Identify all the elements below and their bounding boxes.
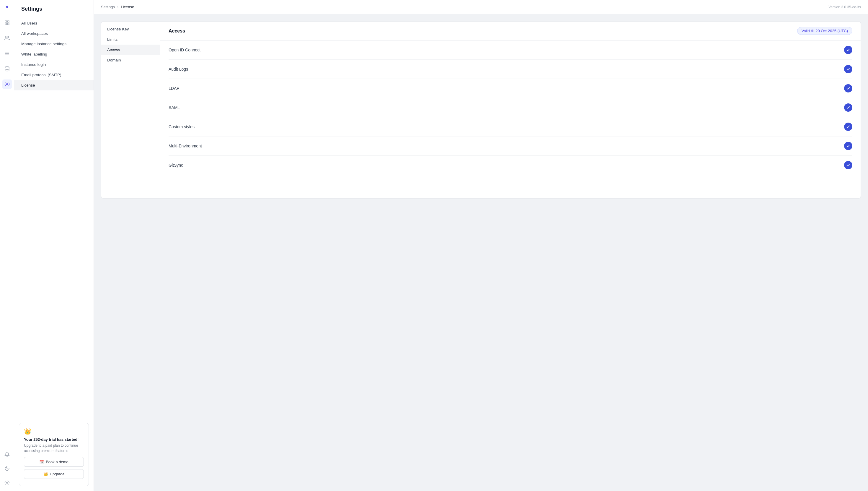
upgrade-icon: 👑 [43,472,48,476]
sidebar-item-manage-instance[interactable]: Manage instance settings [14,39,94,49]
breadcrumb-separator: › [117,5,118,9]
license-nav-limits[interactable]: Limits [101,34,160,45]
settings-sidebar: Settings All Users All workspaces Manage… [14,0,94,491]
bottom-icons [2,450,12,487]
feature-openid: Open ID Connect [168,48,200,52]
upgrade-label: Upgrade [50,472,65,476]
feature-row-openid: Open ID Connect [168,40,852,60]
icon-rail: » [0,0,14,491]
svg-point-10 [6,482,8,484]
users-icon[interactable] [2,33,12,43]
breadcrumb-parent[interactable]: Settings [101,5,115,9]
trial-crown-icon: 👑 [24,428,84,435]
feature-row-multi-env: Multi-Environment [168,137,852,156]
bell-icon[interactable] [2,450,12,459]
breadcrumb-current: License [121,5,134,9]
database-icon[interactable] [2,64,12,74]
feature-list: Open ID Connect Audit Logs LDAP [160,40,861,175]
settings-icon[interactable] [2,80,12,89]
check-openid-icon [844,46,852,54]
license-body: Access Valid till 20 Oct 2025 (UTC) Open… [160,22,861,198]
feature-gitsync: GitSync [168,163,183,168]
upgrade-button[interactable]: 👑 Upgrade [24,469,84,479]
feature-row-custom-styles: Custom styles [168,117,852,137]
svg-rect-0 [5,21,6,22]
content-area: License Key Limits Access Domain Access … [94,14,868,491]
svg-rect-3 [7,23,9,25]
svg-point-4 [5,36,7,38]
svg-point-9 [6,84,8,85]
sidebar-item-all-users[interactable]: All Users [14,18,94,28]
check-audit-icon [844,65,852,73]
feature-row-gitsync: GitSync [168,156,852,175]
access-header: Access Valid till 20 Oct 2025 (UTC) [160,22,861,40]
breadcrumb: Settings › License [101,5,134,9]
feature-row-saml: SAML [168,98,852,117]
svg-point-8 [5,67,9,68]
trial-description: Upgrade to a paid plan to continue acces… [24,443,84,454]
license-nav-access[interactable]: Access [101,45,160,55]
app-logo: » [5,4,8,10]
feature-row-audit: Audit Logs [168,60,852,79]
book-demo-button[interactable]: 📅 Book a demo [24,457,84,467]
moon-icon[interactable] [2,464,12,473]
settings-title: Settings [14,0,94,18]
check-gitsync-icon [844,161,852,169]
gear-icon[interactable] [2,478,12,487]
list-icon[interactable] [2,49,12,58]
check-saml-icon [844,104,852,112]
svg-rect-2 [5,23,6,25]
license-nav: License Key Limits Access Domain [101,22,160,198]
sidebar-item-white-labelling[interactable]: White labelling [14,49,94,59]
license-nav-domain[interactable]: Domain [101,55,160,65]
demo-label: Book a demo [46,460,68,464]
valid-badge: Valid till 20 Oct 2025 (UTC) [797,27,852,35]
feature-row-ldap: LDAP [168,79,852,98]
sidebar-item-all-workspaces[interactable]: All workspaces [14,28,94,39]
demo-icon: 📅 [39,460,44,464]
feature-ldap: LDAP [168,86,180,91]
feature-saml: SAML [168,105,180,110]
sidebar-item-instance-login[interactable]: Instance login [14,59,94,70]
main-content: Settings › License Version 3.0.35-ee-lts… [94,0,868,491]
grid-icon[interactable] [2,18,12,27]
check-ldap-icon [844,84,852,92]
sidebar-item-email-protocol[interactable]: Email protocol (SMTP) [14,70,94,80]
access-title: Access [168,28,185,34]
topbar: Settings › License Version 3.0.35-ee-lts [94,0,868,14]
trial-box: 👑 Your 252-day trial has started! Upgrad… [19,423,89,486]
license-panel: License Key Limits Access Domain Access … [101,21,861,199]
sidebar-item-license[interactable]: License [14,80,94,90]
svg-rect-1 [7,21,9,22]
feature-custom-styles: Custom styles [168,124,194,129]
trial-title: Your 252-day trial has started! [24,437,84,442]
feature-multi-env: Multi-Environment [168,144,202,148]
check-custom-styles-icon [844,123,852,131]
check-multi-env-icon [844,142,852,150]
feature-audit: Audit Logs [168,67,188,71]
version-label: Version 3.0.35-ee-lts [829,5,861,9]
license-nav-key[interactable]: License Key [101,24,160,34]
sidebar-nav: All Users All workspaces Manage instance… [14,18,94,90]
